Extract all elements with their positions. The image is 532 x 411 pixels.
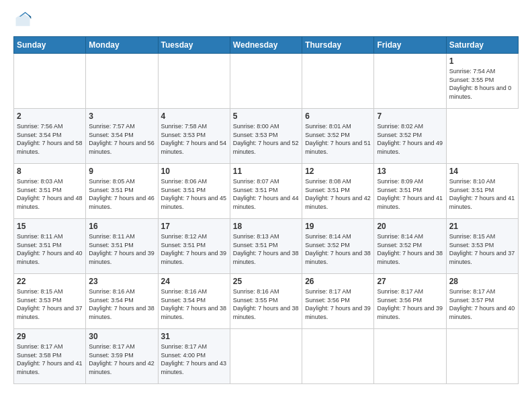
calendar-table: SundayMondayTuesdayWednesdayThursdayFrid…: [13, 36, 519, 384]
calendar-cell: [374, 329, 446, 384]
cell-text: Sunrise: 8:11 AMSunset: 3:51 PMDaylight:…: [17, 233, 83, 265]
day-number: 25: [233, 277, 299, 286]
calendar-cell: [374, 54, 446, 109]
calendar-cell: 22Sunrise: 8:15 AMSunset: 3:53 PMDayligh…: [14, 274, 86, 329]
day-number: 18: [233, 222, 299, 231]
cell-text: Sunrise: 8:14 AMSunset: 3:52 PMDaylight:…: [377, 233, 443, 265]
day-number: 28: [449, 277, 515, 286]
day-number: 15: [17, 222, 83, 231]
calendar-cell: [230, 329, 302, 384]
cell-text: Sunrise: 8:05 AMSunset: 3:51 PMDaylight:…: [89, 178, 154, 210]
calendar-cell: 13Sunrise: 8:09 AMSunset: 3:51 PMDayligh…: [374, 164, 446, 219]
calendar-cell: [158, 54, 230, 109]
cell-text: Sunrise: 8:17 AMSunset: 3:57 PMDaylight:…: [449, 288, 515, 320]
weekday-header-monday: Monday: [86, 37, 158, 54]
calendar-cell: 6Sunrise: 8:01 AMSunset: 3:52 PMDaylight…: [302, 109, 374, 164]
calendar-cell: 20Sunrise: 8:14 AMSunset: 3:52 PMDayligh…: [374, 219, 446, 274]
day-number: 20: [377, 222, 443, 231]
calendar-cell: 30Sunrise: 8:17 AMSunset: 3:59 PMDayligh…: [86, 329, 158, 384]
day-number: 6: [305, 111, 371, 121]
cell-text: Sunrise: 8:10 AMSunset: 3:51 PMDaylight:…: [449, 178, 515, 210]
calendar-cell: 8Sunrise: 8:03 AMSunset: 3:51 PMDaylight…: [14, 164, 86, 219]
calendar-cell: 31Sunrise: 8:17 AMSunset: 4:00 PMDayligh…: [158, 329, 230, 384]
cell-text: Sunrise: 8:03 AMSunset: 3:51 PMDaylight:…: [17, 178, 83, 210]
cell-text: Sunrise: 8:02 AMSunset: 3:52 PMDaylight:…: [377, 123, 443, 155]
calendar-header: SundayMondayTuesdayWednesdayThursdayFrid…: [14, 37, 519, 54]
day-number: 22: [17, 277, 83, 286]
calendar-cell: [302, 54, 374, 109]
cell-text: Sunrise: 8:15 AMSunset: 3:53 PMDaylight:…: [17, 288, 83, 320]
logo: [13, 11, 35, 30]
calendar-cell: 3Sunrise: 7:57 AMSunset: 3:54 PMDaylight…: [86, 109, 158, 164]
weekday-header-wednesday: Wednesday: [230, 37, 302, 54]
cell-text: Sunrise: 7:54 AMSunset: 3:55 PMDaylight:…: [449, 68, 512, 100]
weekday-header-friday: Friday: [374, 37, 446, 54]
week-row-1: 1Sunrise: 7:54 AMSunset: 3:55 PMDaylight…: [14, 54, 519, 109]
day-number: 19: [305, 222, 371, 231]
calendar-cell: 16Sunrise: 8:11 AMSunset: 3:51 PMDayligh…: [86, 219, 158, 274]
day-number: 14: [449, 167, 515, 176]
day-number: 16: [89, 222, 154, 231]
cell-text: Sunrise: 8:14 AMSunset: 3:52 PMDaylight:…: [305, 233, 371, 265]
day-number: 24: [161, 277, 227, 286]
day-number: 29: [17, 332, 83, 341]
day-number: 1: [449, 56, 515, 66]
day-number: 4: [161, 111, 227, 121]
day-number: 17: [161, 222, 227, 231]
calendar-cell: 14Sunrise: 8:10 AMSunset: 3:51 PMDayligh…: [446, 164, 518, 219]
cell-text: Sunrise: 8:00 AMSunset: 3:53 PMDaylight:…: [233, 123, 299, 155]
cell-text: Sunrise: 8:15 AMSunset: 3:53 PMDaylight:…: [449, 233, 515, 265]
cell-text: Sunrise: 7:58 AMSunset: 3:53 PMDaylight:…: [161, 123, 227, 155]
cell-text: Sunrise: 7:56 AMSunset: 3:54 PMDaylight:…: [17, 123, 83, 155]
calendar-cell: 28Sunrise: 8:17 AMSunset: 3:57 PMDayligh…: [446, 274, 518, 329]
cell-text: Sunrise: 8:13 AMSunset: 3:51 PMDaylight:…: [233, 233, 299, 265]
day-number: 10: [161, 167, 227, 176]
cell-text: Sunrise: 8:06 AMSunset: 3:51 PMDaylight:…: [161, 178, 227, 210]
day-number: 23: [89, 277, 154, 286]
cell-text: Sunrise: 8:12 AMSunset: 3:51 PMDaylight:…: [161, 233, 227, 265]
cell-text: Sunrise: 8:17 AMSunset: 3:56 PMDaylight:…: [377, 288, 443, 320]
calendar-cell: 25Sunrise: 8:16 AMSunset: 3:55 PMDayligh…: [230, 274, 302, 329]
day-number: 21: [449, 222, 515, 231]
calendar-cell: 4Sunrise: 7:58 AMSunset: 3:53 PMDaylight…: [158, 109, 230, 164]
calendar-cell: 27Sunrise: 8:17 AMSunset: 3:56 PMDayligh…: [374, 274, 446, 329]
cell-text: Sunrise: 8:01 AMSunset: 3:52 PMDaylight:…: [305, 123, 371, 155]
cell-text: Sunrise: 8:08 AMSunset: 3:51 PMDaylight:…: [305, 178, 371, 210]
calendar-cell: 23Sunrise: 8:16 AMSunset: 3:54 PMDayligh…: [86, 274, 158, 329]
day-number: 26: [305, 277, 371, 286]
week-row-4: 15Sunrise: 8:11 AMSunset: 3:51 PMDayligh…: [14, 219, 519, 274]
cell-text: Sunrise: 8:16 AMSunset: 3:54 PMDaylight:…: [89, 288, 154, 320]
day-number: 27: [377, 277, 443, 286]
day-number: 7: [377, 111, 443, 121]
cell-text: Sunrise: 8:16 AMSunset: 3:54 PMDaylight:…: [161, 288, 227, 320]
calendar-body: 1Sunrise: 7:54 AMSunset: 3:55 PMDaylight…: [14, 54, 519, 384]
week-row-3: 8Sunrise: 8:03 AMSunset: 3:51 PMDaylight…: [14, 164, 519, 219]
day-number: 9: [89, 167, 154, 176]
calendar-cell: 12Sunrise: 8:08 AMSunset: 3:51 PMDayligh…: [302, 164, 374, 219]
weekday-header-saturday: Saturday: [446, 37, 518, 54]
calendar-cell: 2Sunrise: 7:56 AMSunset: 3:54 PMDaylight…: [14, 109, 86, 164]
calendar-cell: [446, 329, 518, 384]
weekday-header-thursday: Thursday: [302, 37, 374, 54]
logo-icon: [13, 11, 32, 30]
cell-text: Sunrise: 8:17 AMSunset: 4:00 PMDaylight:…: [161, 343, 227, 375]
cell-text: Sunrise: 8:17 AMSunset: 3:58 PMDaylight:…: [17, 343, 83, 375]
cell-text: Sunrise: 8:07 AMSunset: 3:51 PMDaylight:…: [233, 178, 299, 210]
cell-text: Sunrise: 8:11 AMSunset: 3:51 PMDaylight:…: [89, 233, 154, 265]
cell-text: Sunrise: 7:57 AMSunset: 3:54 PMDaylight:…: [89, 123, 154, 155]
svg-marker-0: [16, 13, 30, 26]
calendar-cell: [86, 54, 158, 109]
day-number: 12: [305, 167, 371, 176]
calendar-cell: 11Sunrise: 8:07 AMSunset: 3:51 PMDayligh…: [230, 164, 302, 219]
week-row-6: 29Sunrise: 8:17 AMSunset: 3:58 PMDayligh…: [14, 329, 519, 384]
calendar-cell: 18Sunrise: 8:13 AMSunset: 3:51 PMDayligh…: [230, 219, 302, 274]
day-number: 13: [377, 167, 443, 176]
header-row: SundayMondayTuesdayWednesdayThursdayFrid…: [14, 37, 519, 54]
calendar-cell: 17Sunrise: 8:12 AMSunset: 3:51 PMDayligh…: [158, 219, 230, 274]
calendar-cell: 26Sunrise: 8:17 AMSunset: 3:56 PMDayligh…: [302, 274, 374, 329]
header: [13, 11, 519, 30]
week-row-2: 2Sunrise: 7:56 AMSunset: 3:54 PMDaylight…: [14, 109, 519, 164]
weekday-header-sunday: Sunday: [14, 37, 86, 54]
calendar-cell: [302, 329, 374, 384]
day-number: 30: [89, 332, 154, 341]
